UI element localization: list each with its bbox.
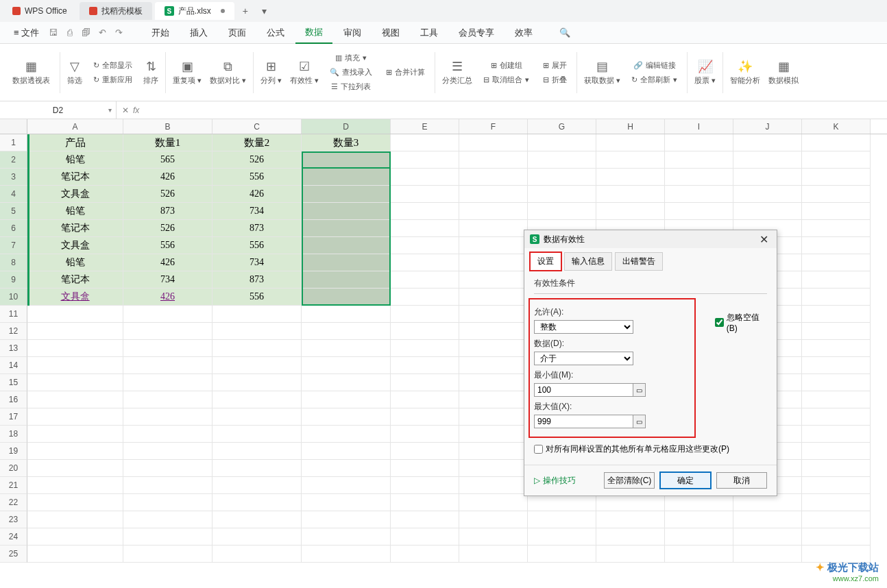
cell[interactable] — [391, 151, 459, 169]
cell[interactable]: 526 — [123, 220, 212, 237]
cell[interactable]: 数量2 — [212, 134, 302, 151]
clear-all-button[interactable]: 全部清除(C) — [604, 472, 655, 489]
cell[interactable] — [459, 391, 528, 408]
cell[interactable]: 文具盒 — [27, 237, 123, 254]
row-header[interactable]: 14 — [0, 357, 27, 374]
tab-error-alert[interactable]: 出错警告 — [615, 252, 663, 271]
cell[interactable] — [212, 357, 302, 374]
cell[interactable] — [391, 169, 459, 186]
cell[interactable] — [123, 443, 212, 460]
cell[interactable] — [27, 323, 123, 340]
cell[interactable]: 产品 — [27, 134, 123, 151]
row-header[interactable]: 16 — [0, 391, 27, 408]
cell[interactable] — [302, 237, 391, 254]
row-header[interactable]: 3 — [0, 169, 27, 186]
cell[interactable] — [27, 357, 123, 374]
cell[interactable] — [459, 254, 528, 271]
row-header[interactable]: 10 — [0, 289, 27, 306]
cell[interactable] — [802, 151, 871, 169]
cell[interactable] — [733, 186, 802, 203]
cell[interactable] — [391, 306, 459, 323]
cell[interactable] — [459, 511, 528, 528]
cell[interactable]: 笔记本 — [27, 220, 123, 237]
ribbon-pivot[interactable]: ▦数据透视表 — [5, 44, 57, 101]
ribbon-compare[interactable]: ⧉数据对比 ▾ — [206, 44, 250, 101]
menu-start[interactable]: 开始 — [142, 23, 179, 43]
cell[interactable] — [212, 426, 302, 443]
cell[interactable] — [302, 169, 391, 186]
menu-efficiency[interactable]: 效率 — [505, 23, 542, 43]
row-header[interactable]: 21 — [0, 477, 27, 494]
row-header[interactable]: 17 — [0, 408, 27, 426]
cell[interactable] — [665, 186, 733, 203]
cell[interactable] — [391, 391, 459, 408]
cell[interactable] — [528, 151, 596, 169]
cell[interactable] — [27, 460, 123, 477]
cell[interactable] — [123, 511, 212, 528]
cell[interactable] — [596, 511, 665, 528]
cell[interactable] — [27, 306, 123, 323]
cell[interactable] — [802, 220, 871, 237]
cell[interactable] — [302, 528, 391, 546]
row-header[interactable]: 11 — [0, 306, 27, 323]
cell[interactable] — [302, 443, 391, 460]
cell[interactable] — [391, 511, 459, 528]
cell[interactable] — [391, 289, 459, 306]
cell[interactable] — [27, 340, 123, 357]
cell[interactable] — [212, 546, 302, 563]
cell[interactable] — [528, 169, 596, 186]
app-tab-file[interactable]: S 产品.xlsx — [155, 2, 234, 20]
cell[interactable] — [459, 374, 528, 391]
cell[interactable] — [123, 374, 212, 391]
cell[interactable] — [302, 254, 391, 271]
fx-icon[interactable]: fx — [133, 106, 139, 115]
ribbon-filter[interactable]: ▽筛选 — [63, 44, 86, 101]
menu-view[interactable]: 视图 — [372, 23, 409, 43]
cell[interactable] — [665, 494, 733, 511]
cell[interactable] — [27, 443, 123, 460]
cell[interactable]: 734 — [212, 254, 302, 271]
ribbon-collapse[interactable]: ⊟ 折叠 — [540, 73, 570, 86]
cell[interactable]: 426 — [123, 169, 212, 186]
cell[interactable] — [302, 357, 391, 374]
cell[interactable] — [733, 151, 802, 169]
cancel-button[interactable]: 取消 — [716, 472, 767, 489]
cell[interactable] — [302, 323, 391, 340]
cell[interactable] — [27, 408, 123, 426]
cell[interactable] — [459, 237, 528, 254]
cell[interactable] — [802, 494, 871, 511]
cell[interactable] — [459, 426, 528, 443]
cell[interactable] — [302, 426, 391, 443]
cell[interactable] — [391, 254, 459, 271]
row-header[interactable]: 9 — [0, 271, 27, 289]
cell[interactable]: 734 — [212, 203, 302, 220]
cell[interactable] — [391, 426, 459, 443]
cell[interactable] — [27, 511, 123, 528]
cell[interactable] — [459, 134, 528, 151]
cell[interactable] — [302, 289, 391, 306]
select-all-corner[interactable] — [0, 119, 27, 134]
cell[interactable] — [27, 391, 123, 408]
cell[interactable] — [391, 340, 459, 357]
cell[interactable] — [123, 357, 212, 374]
cell[interactable] — [459, 186, 528, 203]
cell[interactable] — [27, 494, 123, 511]
cell[interactable] — [212, 306, 302, 323]
cell[interactable] — [459, 408, 528, 426]
preview-icon[interactable]: 🗐 — [79, 25, 94, 40]
cell[interactable] — [302, 391, 391, 408]
cell[interactable] — [302, 374, 391, 391]
cell[interactable]: 文具盒 — [27, 289, 123, 306]
row-header[interactable]: 7 — [0, 237, 27, 254]
cell[interactable] — [391, 237, 459, 254]
cell[interactable] — [665, 169, 733, 186]
cell[interactable] — [212, 528, 302, 546]
cell[interactable] — [459, 289, 528, 306]
menu-formula[interactable]: 公式 — [257, 23, 294, 43]
cell[interactable] — [391, 220, 459, 237]
tips-link[interactable]: ▷ 操作技巧 — [534, 475, 576, 487]
cell[interactable] — [802, 340, 871, 357]
column-header[interactable]: I — [665, 119, 733, 134]
cell[interactable] — [302, 546, 391, 563]
cell[interactable] — [459, 323, 528, 340]
